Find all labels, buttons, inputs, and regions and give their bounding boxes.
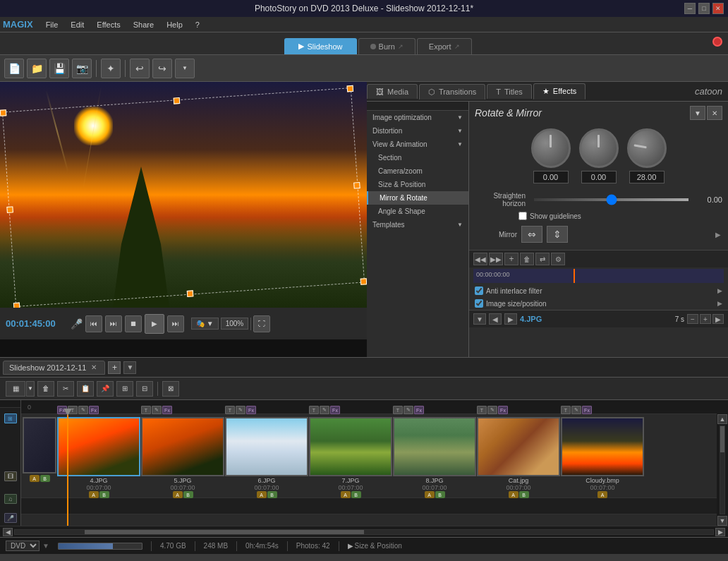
- rewind-button[interactable]: ⏮: [85, 315, 102, 332]
- copy-button[interactable]: 📋: [77, 381, 94, 397]
- restore-button[interactable]: □: [698, 3, 710, 14]
- scrollbar-thumb-vertical[interactable]: [720, 426, 724, 452]
- clip-5jpg-thumb[interactable]: [141, 417, 224, 476]
- select-tool-button[interactable]: ▦: [6, 381, 25, 397]
- group-button[interactable]: ⊟: [136, 381, 153, 397]
- t-icon-5jpg[interactable]: T: [141, 406, 151, 414]
- edit-icon-7jpg[interactable]: ✎: [320, 406, 329, 414]
- scrollbar-thumb-horizontal[interactable]: [85, 530, 364, 534]
- redo-more-button[interactable]: ▼: [175, 59, 195, 78]
- effects-item-view-animation[interactable]: View & Animation ▼: [367, 138, 468, 151]
- scroll-down-button[interactable]: ▼: [717, 516, 727, 526]
- filter-settings-button[interactable]: ⚙: [551, 253, 565, 265]
- prev-button[interactable]: ⏭: [105, 315, 122, 332]
- nav-down-button[interactable]: ▼: [473, 313, 486, 325]
- t-icon-catjpg[interactable]: T: [477, 406, 487, 414]
- redo-button[interactable]: ↪: [152, 59, 172, 78]
- clip-6jpg-b-button[interactable]: B: [267, 491, 277, 498]
- flip-vertical-button[interactable]: ⇕: [547, 226, 568, 243]
- split-button[interactable]: ⊞: [116, 381, 133, 397]
- clip-5jpg-a-button[interactable]: A: [173, 491, 183, 498]
- t-icon-cloudybmp[interactable]: T: [561, 406, 571, 414]
- slideshow-tab-close-button[interactable]: ✕: [89, 363, 99, 373]
- tab-transitions[interactable]: ⬡ Transitions: [419, 84, 485, 99]
- knob-value-3[interactable]: 28.00: [629, 171, 665, 183]
- fx-icon-5jpg[interactable]: Fx: [162, 406, 172, 414]
- knob-value-2[interactable]: 0.00: [581, 171, 617, 183]
- stereo-select[interactable]: 🎭 ▼: [191, 318, 219, 330]
- filter-exchange-button[interactable]: ⇄: [535, 253, 550, 265]
- clip-4jpg-thumb[interactable]: [57, 417, 140, 476]
- clip-cloudybmp-thumb[interactable]: [561, 417, 644, 476]
- clip-7jpg-b-button[interactable]: B: [351, 491, 361, 498]
- effects-item-image-optimization[interactable]: Image optimization ▼: [367, 111, 468, 124]
- tab-slideshow[interactable]: ▶ Slideshow: [284, 38, 356, 54]
- rotation-knob-1[interactable]: [531, 128, 571, 168]
- menu-share[interactable]: Share: [128, 19, 159, 30]
- minimize-button[interactable]: ─: [684, 3, 696, 14]
- clip-8jpg-thumb[interactable]: [393, 417, 476, 476]
- music-track-icon[interactable]: ♫: [4, 494, 17, 504]
- image-size-checkbox[interactable]: [475, 299, 483, 308]
- t-icon-7jpg[interactable]: T: [309, 406, 319, 414]
- fx-icon-6jpg[interactable]: Fx: [246, 406, 256, 414]
- effects-item-camera-zoom[interactable]: Camera/zoom: [367, 164, 468, 178]
- clip-catjpg-b-button[interactable]: B: [519, 491, 529, 498]
- edit-icon-cloudybmp[interactable]: ✎: [571, 406, 581, 414]
- slideshow-tab-active[interactable]: Slideshow 2012-12-11 ✕: [3, 361, 105, 375]
- scrollbar-track-horizontal[interactable]: [14, 529, 714, 535]
- reset-button[interactable]: ✕: [707, 106, 722, 120]
- edit-icon-6jpg[interactable]: ✎: [236, 406, 245, 414]
- effects-item-templates[interactable]: Templates ▼: [367, 218, 468, 231]
- edit-icon-8jpg[interactable]: ✎: [404, 406, 413, 414]
- fx-icon-8jpg[interactable]: Fx: [414, 406, 424, 414]
- stop-button[interactable]: ⏹: [125, 315, 142, 332]
- magic-wand-button[interactable]: ✦: [101, 59, 121, 78]
- edit-icon-catjpg[interactable]: ✎: [487, 406, 497, 414]
- straighten-slider[interactable]: [534, 198, 688, 201]
- preset-dropdown-button[interactable]: ▼: [690, 106, 705, 120]
- anti-interlace-checkbox[interactable]: [475, 286, 483, 295]
- effects-item-distortion[interactable]: Distortion ▼: [367, 124, 468, 138]
- clip-cloudybmp-a-button[interactable]: A: [597, 491, 607, 498]
- flip-horizontal-button[interactable]: ⇔: [521, 226, 542, 243]
- lead-a-button[interactable]: A: [30, 475, 40, 482]
- mirror-scroll-right[interactable]: ▶: [715, 231, 722, 239]
- storyboard-track-icon[interactable]: ⊞: [4, 414, 17, 423]
- clip-8jpg-a-button[interactable]: A: [425, 491, 435, 498]
- scrollbar-track-vertical[interactable]: [720, 426, 725, 514]
- timeline-content-area[interactable]: 0 A B: [21, 400, 717, 526]
- t-icon-6jpg[interactable]: T: [225, 406, 235, 414]
- scroll-right-button-h[interactable]: ▶: [715, 528, 725, 536]
- clip-7jpg-a-button[interactable]: A: [341, 491, 351, 498]
- fx-icon-cloudybmp[interactable]: Fx: [582, 406, 592, 414]
- nav-forward-button[interactable]: ▶: [504, 313, 517, 325]
- show-guidelines-checkbox[interactable]: [518, 212, 527, 220]
- rotation-knob-2[interactable]: [579, 128, 619, 168]
- clip-5jpg-b-button[interactable]: B: [183, 491, 193, 498]
- edit-icon-4jpg[interactable]: ✎: [78, 406, 88, 414]
- new-button[interactable]: 📄: [4, 59, 24, 78]
- tab-effects[interactable]: ★ Effects: [533, 83, 586, 99]
- undo-button[interactable]: ↩: [130, 59, 150, 78]
- tab-dropdown-button[interactable]: ▼: [123, 361, 136, 374]
- ungroup-button[interactable]: ⊠: [162, 381, 179, 397]
- edit-icon-5jpg[interactable]: ✎: [152, 406, 162, 414]
- filter-delete-button[interactable]: 🗑: [520, 253, 534, 265]
- effects-item-size-position[interactable]: Size & Position: [367, 178, 468, 191]
- lead-clip-thumb[interactable]: [23, 417, 56, 473]
- clip-6jpg-thumb[interactable]: [225, 417, 308, 476]
- fast-forward-button[interactable]: ⏭: [167, 315, 184, 332]
- cut-button[interactable]: ✂: [57, 381, 74, 397]
- medium-select[interactable]: DVD: [6, 541, 40, 551]
- fx2-icon-4jpg[interactable]: Fx: [89, 406, 99, 414]
- knob-value-1[interactable]: 0.00: [533, 171, 569, 183]
- filter-add-button[interactable]: ◀◀: [473, 253, 487, 265]
- close-button[interactable]: ✕: [712, 3, 724, 14]
- zoom-plus-button[interactable]: +: [700, 314, 711, 324]
- clip-6jpg-a-button[interactable]: A: [257, 491, 267, 498]
- menu-effects[interactable]: Effects: [91, 19, 126, 30]
- open-button[interactable]: 📁: [27, 59, 47, 78]
- clip-7jpg-thumb[interactable]: [309, 417, 392, 476]
- menu-edit[interactable]: Edit: [65, 19, 90, 30]
